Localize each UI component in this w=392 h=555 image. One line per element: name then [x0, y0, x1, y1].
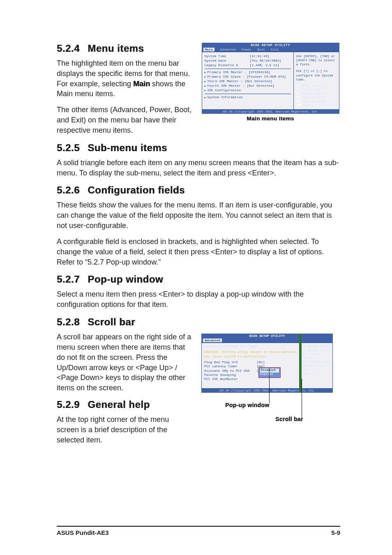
callout-line-popup — [269, 368, 270, 403]
bios1-tab-bar: Main Advanced Power Boot Exit — [202, 47, 339, 52]
heading-524: 5.2.4 Menu items — [57, 43, 192, 54]
caption-main-menu-items: Main menu items — [247, 115, 294, 122]
bios2-help-pane: ↔ Select Screen ↑↓ Select Item +- Change… — [301, 343, 332, 388]
para-526-2: A configurable field is enclosed in brac… — [57, 237, 340, 267]
bios2-popup-options: Disabled Enabled — [258, 367, 281, 378]
heading-526: 5.2.6 Configuration fields — [57, 184, 340, 196]
footer-product: ASUS Pundit-AE3 — [57, 529, 109, 536]
callout-scroll-bar: Scroll bar — [275, 416, 303, 422]
heading-529: 5.2.9 General help — [57, 399, 192, 410]
para-529-1: At the top right corner of the menu scre… — [57, 415, 192, 445]
bios-screenshot-popup: BIOS SETUP UTILITY Advanced Advanced PCI… — [201, 334, 333, 393]
bios1-left-pane: System Time[11:51:19] System Date[Thu 06… — [202, 52, 294, 109]
bios1-tab-advanced: Advanced — [220, 48, 236, 51]
bios2-tab-bar: Advanced — [201, 338, 333, 343]
bios2-left-pane: Advanced PCI/PnP Settings WARNING: Setti… — [202, 343, 301, 388]
heading-528: 5.2.8 Scroll bar — [57, 316, 340, 328]
para-528-2: Up/Down arrow keys or <Page Up> / <Page … — [57, 363, 192, 393]
callout-popup-window: Pop-up window — [225, 402, 269, 408]
page-footer: ASUS Pundit-AE3 5-9 — [0, 526, 392, 536]
callout-line-scrollbar — [302, 379, 302, 417]
bios1-tab-main: Main — [203, 48, 214, 51]
para-524-1: The highlighted item on the menu bar dis… — [57, 58, 192, 99]
para-524-2: The other items (Advanced, Power, Boot, … — [57, 105, 192, 135]
bios1-help-pane: Use [ENTER], [TAB] or [SHIFT-TAB] to sel… — [294, 52, 339, 109]
footer-page-number: 5-9 — [331, 529, 340, 536]
para-525-1: A solid triangle before each item on any… — [57, 158, 340, 178]
bios1-tab-power: Power — [242, 48, 251, 51]
para-528-1: A scroll bar appears on the right side o… — [57, 332, 192, 362]
bios1-tab-exit: Exit — [271, 48, 279, 51]
heading-527: 5.2.7 Pop-up window — [57, 274, 340, 285]
heading-525: 5.2.5 Sub-menu items — [57, 142, 340, 154]
para-526-1: These fields show the values for the men… — [57, 200, 340, 230]
bios-screenshot-main: BIOS SETUP UTILITY Main Advanced Power B… — [202, 43, 339, 114]
para-527-1: Select a menu item then press <Enter> to… — [57, 289, 340, 310]
bios1-tab-boot: Boot — [257, 48, 265, 51]
